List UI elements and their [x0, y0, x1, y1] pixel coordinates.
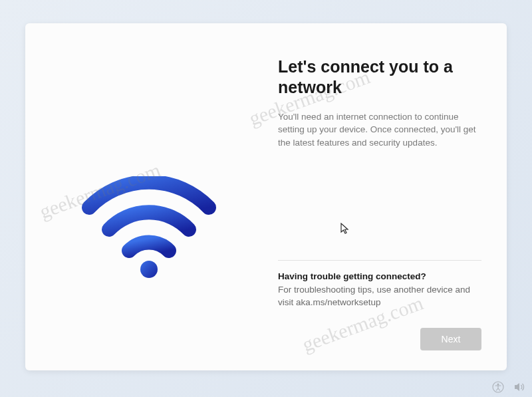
trouble-text: For troubleshooting tips, use another de…: [278, 284, 487, 309]
svg-point-0: [140, 261, 158, 278]
spacer: [278, 149, 487, 260]
divider: [278, 260, 481, 261]
illustration-pane: [25, 23, 271, 370]
taskbar: [492, 381, 525, 393]
next-button[interactable]: Next: [420, 328, 481, 350]
volume-icon[interactable]: [513, 381, 525, 393]
setup-card: Let's connect you to a network You'll ne…: [25, 23, 507, 370]
wifi-icon: [82, 176, 216, 279]
button-row: Next: [278, 328, 487, 350]
page-title: Let's connect you to a network: [278, 57, 487, 98]
svg-point-2: [497, 384, 499, 386]
accessibility-icon[interactable]: [492, 381, 504, 393]
page-description: You'll need an internet connection to co…: [278, 110, 487, 150]
trouble-heading: Having trouble getting connected?: [278, 271, 487, 281]
content-pane: Let's connect you to a network You'll ne…: [271, 23, 507, 370]
